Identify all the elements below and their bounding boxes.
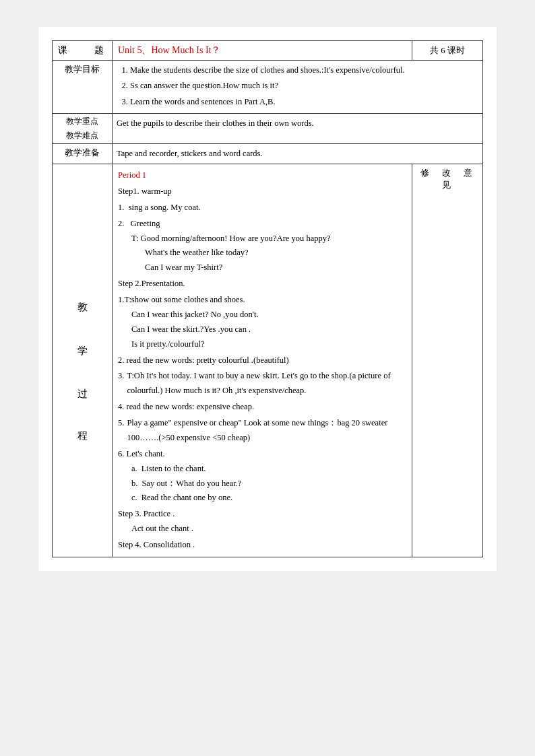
chant-c: c. Read the chant one by one. [118,491,406,506]
presentation-pretty: Is it pretty./colourful? [118,337,406,352]
hours-cell: 共 6 课时 [412,41,482,61]
ke-ti-row: 课 题 Unit 5、How Much Is It？ 共 6 课时 [53,41,483,61]
presentation-jacket: Can I wear this jacket? No ,you don't. [118,308,406,322]
page: 课 题 Unit 5、How Much Is It？ 共 6 课时 教学目标 M… [38,27,497,571]
mu-biao-item-1: Make the students describe the size of c… [130,63,478,77]
presentation-skirt: Can I wear the skirt.?Yes .you can . [118,322,406,337]
greeting-weather: What's the weather like today? [118,246,406,261]
nan-dian-label: 教学难点 [55,130,109,141]
item3-t-oh: 3. T:Oh It's hot today. I want to buy a … [118,369,406,399]
chant-a: a. Listen to the chant. [118,462,406,477]
greeting-t: T: Good morning/afternoon! How are you?A… [118,232,406,246]
ke-ti-label: 课 题 [53,41,113,61]
side-label-cheng: 程 [76,423,89,426]
zhong-dian-labels: 教学重点 教学难点 [53,113,113,143]
zhun-bei-content: Tape and recorder, stickers and word car… [113,143,483,164]
chant-b: b. Say out：What do you hear.? [118,477,406,491]
period-heading: Period 1 [118,170,146,180]
step3-practice: Step 3. Practice . [118,507,406,522]
item5-text: Play a game" expensive or cheap" Look at… [127,416,406,446]
step2-presentation: Step 2.Presentation. [118,277,406,291]
item4-read-words: 4. read the new words: expensive cheap. [118,400,406,415]
main-content-cell: Period 1 Step1. warm-up 1. sing a song. … [113,164,412,557]
item2-read-words: 2. read the new words: pretty colourful … [118,353,406,368]
item1-song: 1. sing a song. My coat. [118,201,406,215]
jiao-xue-mu-biao-label: 教学目标 [53,61,113,114]
zhun-bei-row: 教学准备 Tape and recorder, stickers and wor… [53,143,483,164]
zhong-dian-row: 教学重点 教学难点 Get the pupils to describe the… [53,113,483,143]
presentation-1: 1.T:show out some clothes and shoes. [118,293,406,308]
side-label-jiao: 教 [76,294,89,297]
revision-cell: 修 改 意 见 [412,164,482,557]
side-labels-cell: 教 学 过 程 [53,164,113,557]
side-labels-container: 教 学 过 程 [53,287,112,433]
item2-greeting: 2. Greeting [118,217,406,232]
jiao-xue-mu-biao-row: 教学目标 Make the students describe the size… [53,61,483,114]
item5-game: 5. Play a game" expensive or cheap" Look… [118,416,406,446]
zhong-dian-content: Get the pupils to describe their clothes… [113,113,483,143]
item6-chant: 6. Let's chant. [118,447,406,462]
unit-title: Unit 5、How Much Is It？ [113,41,412,61]
lesson-table: 课 题 Unit 5、How Much Is It？ 共 6 课时 教学目标 M… [52,40,483,557]
jiao-xue-mu-biao-content: Make the students describe the size of c… [113,61,483,114]
item3-text: T:Oh It's hot today. I want to buy a new… [127,369,406,399]
zhun-bei-label: 教学准备 [53,143,113,164]
item3-num: 3. [118,369,124,384]
side-label-guo: 过 [76,380,89,383]
revision-title: 修 改 意 见 [416,167,478,191]
main-content-row: 教 学 过 程 Period 1 Step1. warm-up 1. sing … [53,164,483,557]
zhong-dian-label: 教学重点 [55,116,109,127]
side-label-xue: 学 [76,337,89,340]
item5-num: 5. [118,416,124,431]
greeting-tshirt: Can I wear my T-shirt? [118,261,406,275]
mu-biao-item-2: Ss can answer the question.How much is i… [130,79,478,93]
step1-warmup: Step1. warm-up [118,184,406,199]
act-out-chant: Act out the chant . [118,522,406,537]
step4-consolidation: Step 4. Consolidation . [118,538,406,553]
mu-biao-item-3: Learn the words and sentences in Part A,… [130,95,478,109]
